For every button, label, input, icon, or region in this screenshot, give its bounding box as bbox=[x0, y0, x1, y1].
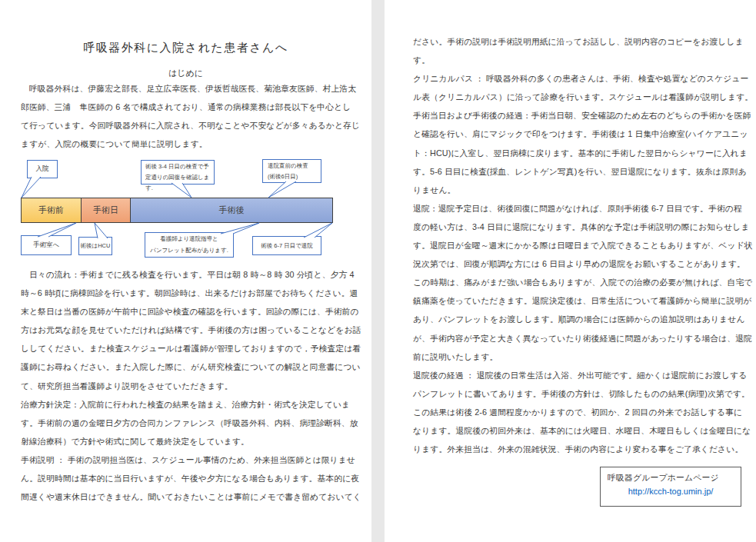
callout-hcu: 術後はHCU bbox=[78, 237, 112, 255]
text-line: す。 bbox=[413, 51, 742, 69]
text-line: 退院後の経過 ： 退院後の日常生活は入浴、外出可能です。細かくは退院前にお渡しす… bbox=[413, 366, 742, 384]
text-line: この結果は術後 2-6 週間程度かかりますので、初回か、2 回目の外来でお話しす… bbox=[413, 403, 742, 421]
text-line: す。5-6 日目に検査(採血、レントゲン写真)を行い、翌日退院になります。抜糸は… bbox=[413, 162, 742, 181]
text-line: 方はお元気な顔を見せていただければ結構です。手術後の方は困っていることなどをお話 bbox=[21, 321, 351, 339]
text-line: あり、パンフレットをお渡しします。順調の場合には医師からの追加説明はありません bbox=[413, 310, 742, 328]
timeline-segment-postop: 手術後 bbox=[131, 198, 333, 223]
text-line: ト：HCU)に入室し、翌日病棟に戻ります。基本的に手術した翌日からシャワーに入れ… bbox=[413, 144, 742, 162]
text-line: と確認を行い、肩にマジックで印をつけます。手術後は 1 日集中治療室(ハイケアユ… bbox=[413, 125, 742, 143]
text-line: 手術当日および手術後の経過：手術当日朝、安全確認のため左右のどちらの手術かを医師 bbox=[413, 106, 742, 125]
text-line: この時期は、痛みがまだ強い場合もありますが、入院での治療の必要が無ければ、自宅で bbox=[413, 273, 742, 291]
text-line: 況次第では、回復が順調な方には 6 日目より早めの退院をお願いすることがあります… bbox=[413, 254, 742, 273]
section-heading-hajimeni: はじめに bbox=[0, 68, 371, 79]
homepage-label: 呼吸器グループホームページ bbox=[608, 473, 741, 484]
text-line: 治療方針決定：入院前に行われた検査の結果を踏まえ、治療方針・術式を決定していま bbox=[21, 395, 351, 414]
homepage-link[interactable]: http://kcch-tog.umin.jp/ bbox=[601, 487, 741, 496]
text-line: す。退院日が金曜～週末にかかる際は日曜日まで入院できることもありますが、ベッド状 bbox=[413, 236, 742, 254]
callout-admission: 入院 bbox=[27, 160, 58, 178]
text-line: ん。説明時間は基本的に当日行いますが、午後や夕方になる場合もあります。基本的に夜 bbox=[21, 469, 351, 487]
text-line: 郎医師、三浦 隼医師の 6 名で構成されており、通常の病棟業務は部長以下を中心と… bbox=[21, 98, 351, 116]
timeline-segment-preop: 手術前 bbox=[21, 198, 82, 223]
text-line: ますが、入院の概要について簡単に説明します。 bbox=[21, 135, 351, 153]
callout-postop-check: 術後 3-4 日目の検査で予 定通りの回復を確認します. bbox=[141, 160, 215, 185]
text-line: 鎮痛薬を使っていただきます。退院決定後は、日常生活について看護師から簡単に説明が bbox=[413, 291, 742, 310]
text-line: す。手術前の週の金曜日夕方の合同カンファレンス（呼吸器外科、内科、病理診断科、放 bbox=[21, 414, 351, 432]
page-1: 呼吸器外科に入院された患者さんへ はじめに 呼吸器外科は、伊藤宏之部長、足立広幸… bbox=[0, 0, 371, 542]
text-line: 射線治療科）で方針や術式に関して最終決定をしています。 bbox=[21, 432, 351, 451]
text-line: 手術説明 ： 手術の説明担当医は、スケジュール事情のため、外来担当医師とは限りま… bbox=[21, 451, 351, 469]
text-line: なります。退院後の初回外来は、基本的には火曜日、水曜日、木曜日もしくは金曜日にな bbox=[413, 421, 742, 440]
text-line: りません。 bbox=[413, 181, 742, 199]
callout-to-operating-room: 手術室へ bbox=[21, 235, 72, 255]
timeline-bar: 手術前 手術日 手術後 bbox=[21, 198, 333, 223]
intro-paragraph: 呼吸器外科は、伊藤宏之部長、足立広幸医長、伊坂哲哉医長、菊池章友医師、村上浩太郎… bbox=[21, 79, 351, 153]
hospitalization-flow-diagram: 手術前 手術日 手術後 入院 術後 3-4 日目の検査で予 定通りの回復を確認し… bbox=[21, 155, 333, 264]
text-line: パンフレットに書いてあります。手術後の方針は、切除したものの結果(病理)次第です… bbox=[413, 384, 742, 403]
page-title: 呼吸器外科に入院された患者さんへ bbox=[0, 41, 371, 55]
text-line: 護師にお尋ねください。また入院した際に、がん研究検査についての解説と同意書につい bbox=[21, 357, 351, 376]
text-line: 間遅くや週末休日はできません。聞いておきたいことは事前にメモで書き留めておいてく bbox=[21, 487, 351, 506]
page-gap bbox=[371, 0, 385, 542]
text-line: 退院：退院予定日は、術後回復に問題がなければ、原則手術後 6-7 日目です。手術… bbox=[413, 199, 742, 218]
document-view: 呼吸器外科に入院された患者さんへ はじめに 呼吸器外科は、伊藤宏之部長、足立広幸… bbox=[0, 0, 756, 542]
text-line: ししてください。また検査スケジュールは看護師が管理しておりますので，予検査定は看 bbox=[21, 339, 351, 357]
homepage-box: 呼吸器グループホームページ http://kcch-tog.umin.jp/ bbox=[600, 467, 741, 507]
text-line: 末と祭日は当番の医師が午前中に回診や検査の確認を行います。回診の際には、手術前の bbox=[21, 302, 351, 321]
main-text-page1: 日々の流れ：手術までに残る検査を行います。平日は朝 8 時～8 時 30 分頃と… bbox=[21, 265, 351, 506]
callout-predischarge-check: 退院直前の検査 (術後6日目) bbox=[262, 159, 321, 183]
text-line: が、手術内容が予定と大きく異なっていたり術後経過に問題があったりする場合は、退院 bbox=[413, 329, 742, 347]
timeline-segment-opday: 手術日 bbox=[82, 198, 131, 223]
text-line: て行っています。今回呼吸器外科に入院され、不明なことや不安などが多々あるかと存じ bbox=[21, 116, 351, 135]
text-line: て、研究所担当看護師より説明をさせていただきます。 bbox=[21, 377, 351, 395]
text-line: 度の軽い方は、3-4 日目に退院になります。具体的な予定は手術説明の際にお知らせ… bbox=[413, 218, 742, 236]
text-line: クリニカルパス ： 呼吸器外科の多くの患者さんは、手術、検査や処置などのスケジュ… bbox=[413, 69, 742, 88]
text-line: ります。外来担当は、外来の混雑状況、手術の内容により変わる事をご了承ください。 bbox=[413, 440, 742, 458]
callout-discharge-day: 術後 6-7 日目で退院 bbox=[252, 236, 321, 255]
text-line: 前に説明いたします。 bbox=[413, 347, 742, 366]
callout-nurse-guidance: 看護師より退院指導と パンフレット配布があります. bbox=[145, 232, 234, 258]
text-line: 日々の流れ：手術までに残る検査を行います。平日は朝 8 時～8 時 30 分頃と… bbox=[21, 265, 351, 284]
text-line: 呼吸器外科は、伊藤宏之部長、足立広幸医長、伊坂哲哉医長、菊池章友医師、村上浩太 bbox=[21, 79, 351, 98]
main-text-page2: ださい。手術の説明は手術説明用紙に沿ってお話しし、説明内容のコピーをお渡しします… bbox=[413, 32, 742, 458]
text-line: ル表（クリニカルパス）に沿って診療を行います。スケジュールは看護師が説明します。 bbox=[413, 88, 742, 106]
text-line: 時～6 時頃に病棟回診を行います。朝回診時は、出来るだけお部屋でお待ちください。… bbox=[21, 284, 351, 302]
page-2: ださい。手術の説明は手術説明用紙に沿ってお話しし、説明内容のコピーをお渡しします… bbox=[385, 0, 756, 542]
text-line: ださい。手術の説明は手術説明用紙に沿ってお話しし、説明内容のコピーをお渡ししま bbox=[413, 32, 742, 51]
